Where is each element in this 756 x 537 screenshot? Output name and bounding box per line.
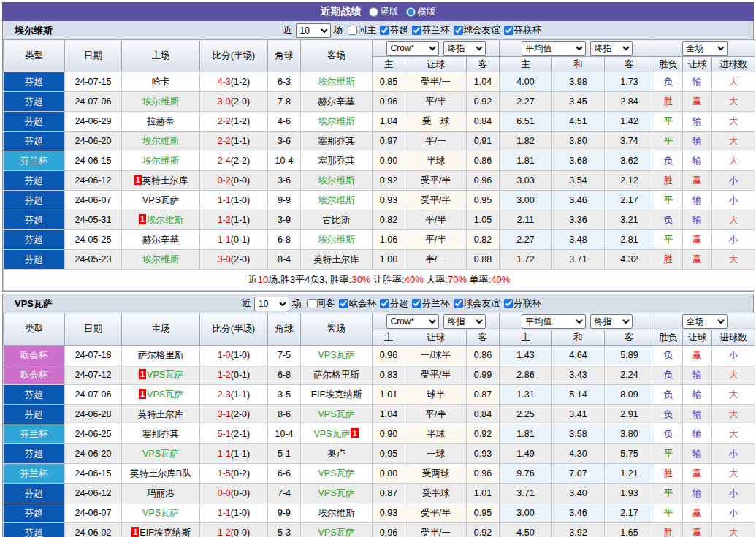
odds-handicap-cell: 受平/半 bbox=[405, 503, 467, 523]
competition-filter[interactable]: 球会友谊 bbox=[454, 24, 500, 37]
fulltime-score: 1-0 bbox=[218, 350, 231, 360]
avg-away-cell: 2.91 bbox=[605, 405, 654, 424]
competition-filter[interactable]: 芬超 bbox=[380, 24, 408, 37]
match-row: 芬超24-06-20埃尔维斯2-2(1-1)3-6塞那乔其0.97半/一0.91… bbox=[4, 132, 755, 151]
competition-cell: 芬超 bbox=[4, 171, 65, 191]
odds-handicap-cell: 受半/一 bbox=[405, 523, 467, 537]
competition-cell: 芬兰杯 bbox=[4, 464, 65, 484]
goals-result-cell: 大 bbox=[712, 250, 755, 270]
score-cell: 1-1(1-0) bbox=[200, 191, 268, 210]
same-venue-checkbox[interactable] bbox=[348, 26, 357, 35]
home-team-cell: 埃尔维斯 bbox=[122, 92, 200, 112]
competition-checkbox[interactable] bbox=[454, 299, 463, 308]
avg-home-cell: 2.25 bbox=[500, 405, 552, 424]
home-team-cell: VPS瓦萨 bbox=[122, 444, 200, 464]
layout-option-vertical[interactable]: 竖版 bbox=[369, 6, 399, 18]
same-venue-filter[interactable]: 同客 bbox=[307, 297, 335, 310]
competition-checkbox[interactable] bbox=[412, 26, 421, 35]
layout-option-horizontal[interactable]: 横版 bbox=[406, 6, 436, 18]
date-cell: 24-07-12 bbox=[65, 365, 122, 385]
col-handicap-result: 让球 bbox=[683, 330, 712, 346]
odds-away-cell: 0.95 bbox=[467, 503, 500, 523]
match-row: 欧会杯24-07-18萨尔格里斯1-0(1-0)7-5VPS瓦萨0.96一/球半… bbox=[4, 346, 755, 365]
competition-checkbox[interactable] bbox=[380, 26, 389, 35]
goals-result-cell: 大 bbox=[712, 132, 755, 151]
competition-filter[interactable]: 球会友谊 bbox=[454, 297, 500, 310]
scope-select[interactable]: 全场 bbox=[682, 314, 728, 329]
score-cell: 5-1(2-1) bbox=[200, 424, 268, 444]
recent-count-select[interactable]: 10 bbox=[254, 297, 289, 311]
competition-checkbox[interactable] bbox=[380, 299, 389, 308]
score-cell: 1-1(0-1) bbox=[200, 230, 268, 250]
competition-checkbox[interactable] bbox=[339, 299, 348, 308]
odds-time-select[interactable]: 终指 bbox=[443, 41, 486, 56]
competition-checkbox[interactable] bbox=[412, 299, 421, 308]
match-row: 芬兰杯24-06-25塞那乔其5-1(2-1)10-4VPS瓦萨10.90半球0… bbox=[4, 424, 755, 444]
halftime-score: (0-0) bbox=[231, 488, 250, 498]
odds-source-select[interactable]: Crow* bbox=[386, 41, 439, 56]
competition-filter[interactable]: 芬兰杯 bbox=[412, 24, 450, 37]
avg-draw-cell: 3.46 bbox=[552, 503, 605, 523]
matches-table: 类型 日期 主场 比分(半场) 角球 客场 Crow* 终指 平均值 bbox=[3, 313, 755, 537]
same-venue-checkbox[interactable] bbox=[307, 299, 316, 308]
horizontal-layout-radio[interactable] bbox=[406, 7, 416, 17]
odds-time-select[interactable]: 终指 bbox=[443, 314, 486, 329]
fulltime-score: 1-2 bbox=[218, 528, 231, 537]
odds-handicap-cell: 平/半 bbox=[405, 210, 467, 230]
avg-away-cell: 1.42 bbox=[605, 112, 654, 132]
odds-home-cell: 1.06 bbox=[373, 230, 405, 250]
odds-away-cell: 0.88 bbox=[467, 250, 500, 270]
col-handicap-result: 让球 bbox=[683, 57, 712, 72]
match-row: 芬超24-06-28英特土尔库3-1(2-0)8-6VPS瓦萨1.04平/半0.… bbox=[4, 405, 755, 424]
avg-away-cell: 2.17 bbox=[605, 191, 654, 210]
odds-handicap-cell: 半/一 bbox=[405, 132, 467, 151]
team-section-home: 埃尔维斯 近 10 场 同主 芬超芬兰杯球会友谊芬联杯 类 bbox=[2, 21, 754, 292]
result-group-header: 全场 bbox=[654, 40, 755, 57]
competition-filter[interactable]: 芬兰杯 bbox=[412, 297, 450, 310]
handicap-result-cell: 输 bbox=[683, 151, 712, 171]
avg-time-select[interactable]: 终指 bbox=[590, 314, 633, 329]
scope-select[interactable]: 全场 bbox=[682, 41, 728, 56]
avg-source-select[interactable]: 平均值 bbox=[522, 314, 586, 329]
handicap-result-cell: 输 bbox=[683, 444, 712, 464]
odds-source-select[interactable]: Crow* bbox=[386, 314, 439, 329]
score-cell: 2-2(1-2) bbox=[200, 112, 268, 132]
col-score: 比分(半场) bbox=[200, 40, 268, 72]
avg-draw-cell: 3.40 bbox=[552, 484, 605, 503]
col-odds-handicap: 让球 bbox=[405, 330, 467, 346]
avg-away-cell: 3.62 bbox=[605, 151, 654, 171]
avg-away-cell: 2.81 bbox=[605, 230, 654, 250]
away-team-cell: 英特土尔库 bbox=[301, 250, 373, 270]
competition-filter[interactable]: 芬联杯 bbox=[504, 24, 542, 37]
same-venue-filter[interactable]: 同主 bbox=[348, 24, 376, 37]
score-cell: 1-2(0-0) bbox=[200, 523, 268, 537]
team-link: 萨尔格里斯 bbox=[313, 370, 359, 380]
vertical-layout-radio[interactable] bbox=[369, 7, 378, 17]
competition-cell: 芬兰杯 bbox=[4, 424, 65, 444]
avg-time-select[interactable]: 终指 bbox=[590, 41, 633, 56]
date-cell: 24-06-15 bbox=[65, 151, 122, 171]
fulltime-score: 2-3 bbox=[218, 389, 231, 400]
competition-checkbox[interactable] bbox=[504, 299, 513, 308]
competition-cell: 芬超 bbox=[4, 72, 65, 92]
avg-home-cell: 2.86 bbox=[500, 365, 552, 385]
halftime-score: (0-1) bbox=[231, 235, 250, 245]
score-cell: 3-0(2-0) bbox=[200, 250, 268, 270]
halftime-score: (2-0) bbox=[231, 254, 250, 264]
competition-filter[interactable]: 芬超 bbox=[380, 297, 408, 310]
competition-checkbox[interactable] bbox=[454, 26, 463, 35]
handicap-result-cell: 赢 bbox=[683, 230, 712, 250]
competition-checkbox[interactable] bbox=[504, 26, 513, 35]
competition-cell: 芬超 bbox=[4, 503, 65, 523]
avg-home-cell: 1.49 bbox=[500, 444, 552, 464]
away-team-cell: VPS瓦萨 bbox=[301, 464, 373, 484]
avg-source-select[interactable]: 平均值 bbox=[522, 41, 586, 56]
recent-count-select[interactable]: 10 bbox=[296, 23, 331, 38]
competition-filter[interactable]: 芬联杯 bbox=[504, 297, 542, 310]
summary-stat-value: 70% bbox=[448, 274, 467, 285]
competition-filter[interactable]: 欧会杯 bbox=[339, 297, 377, 310]
odds-home-cell: 0.95 bbox=[373, 444, 405, 464]
odds-handicap-cell: 一/球半 bbox=[405, 346, 467, 365]
odds-away-cell: 0.86 bbox=[467, 151, 500, 171]
games-label: 场 bbox=[292, 297, 302, 310]
